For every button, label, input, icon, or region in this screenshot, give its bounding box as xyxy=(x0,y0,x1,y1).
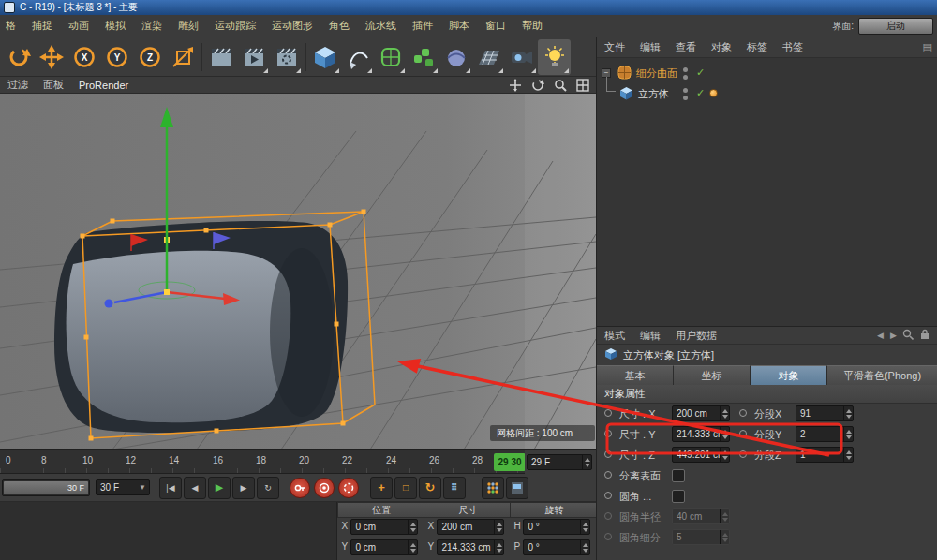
visibility-dots[interactable] xyxy=(683,88,688,100)
menu-item[interactable]: 帮助 xyxy=(522,19,543,33)
object-properties-section-header[interactable]: 对象属性 xyxy=(597,385,937,404)
floor-object-button[interactable] xyxy=(472,39,505,75)
viewport-menu-prorender[interactable]: ProRender xyxy=(79,80,128,91)
axis-lock-x-button[interactable]: X xyxy=(67,39,100,75)
go-to-start-button[interactable]: |◀ xyxy=(159,477,182,499)
fillet-checkbox[interactable] xyxy=(672,490,685,503)
anim-dot[interactable] xyxy=(604,450,612,458)
deformer-button[interactable] xyxy=(439,39,472,75)
object-name[interactable]: 细分曲面 xyxy=(636,66,677,81)
autokeying-button[interactable] xyxy=(314,478,335,498)
play-button[interactable]: ▶ xyxy=(208,477,231,499)
cube-object[interactable] xyxy=(54,221,348,433)
menu-item[interactable]: 运动跟踪 xyxy=(215,19,256,33)
menu-item[interactable]: 捕捉 xyxy=(32,19,52,33)
segments-x-field[interactable]: 91 xyxy=(796,405,854,421)
menu-item[interactable]: 渲染 xyxy=(141,19,162,33)
om-menu-file[interactable]: 文件 xyxy=(604,40,625,54)
am-menu-userdata[interactable]: 用户数据 xyxy=(676,329,717,343)
menu-item[interactable]: 运动图形 xyxy=(272,19,313,33)
lock-icon[interactable] xyxy=(919,329,930,342)
render-view-button[interactable] xyxy=(204,39,237,75)
record-keyframe-button[interactable] xyxy=(290,478,310,498)
draw-spline-button[interactable] xyxy=(341,39,374,75)
keyframe-selection-button[interactable] xyxy=(338,478,359,498)
keyframe-palette-icon[interactable] xyxy=(482,477,504,499)
edit-render-settings-button[interactable] xyxy=(270,39,303,75)
orbit-view-icon[interactable] xyxy=(529,78,545,92)
z-axis-handle[interactable] xyxy=(105,300,113,308)
axis-lock-z-button[interactable]: Z xyxy=(133,39,166,75)
tab-basic[interactable]: 基本 xyxy=(597,365,674,385)
tab-phong[interactable]: 平滑着色(Phong) xyxy=(827,365,937,385)
enabled-check-icon[interactable]: ✓ xyxy=(696,66,705,79)
light-button[interactable] xyxy=(538,39,571,75)
next-frame-button[interactable]: ▶ xyxy=(232,477,255,499)
size-z-field[interactable]: 449.201 cm xyxy=(672,447,730,463)
search-icon[interactable] xyxy=(902,329,914,342)
menu-item[interactable]: 插件 xyxy=(412,19,433,33)
size-y-field[interactable]: 214.333 cm xyxy=(437,539,504,555)
move-tool-icon[interactable] xyxy=(35,39,67,75)
am-menu-mode[interactable]: 模式 xyxy=(604,329,625,343)
render-to-picture-viewer-button[interactable] xyxy=(237,39,270,75)
menu-item[interactable]: 动画 xyxy=(68,19,89,33)
record-position-toggle[interactable]: + xyxy=(370,477,393,499)
previous-frame-button[interactable]: ◀ xyxy=(184,477,206,499)
om-menu-edit[interactable]: 编辑 xyxy=(640,40,661,54)
material-manager-area[interactable] xyxy=(0,502,337,560)
enabled-check-icon[interactable]: ✓ xyxy=(696,87,705,99)
anim-dot[interactable] xyxy=(604,409,612,417)
anim-dot[interactable] xyxy=(739,409,747,417)
viewport-menu-panel[interactable]: 面板 xyxy=(43,78,64,92)
timeline-ruler[interactable]: 0 8 10 12 14 16 18 20 22 24 26 28 2930 xyxy=(0,449,525,474)
phong-tag-icon[interactable] xyxy=(709,89,718,97)
axis-lock-y-button[interactable]: Y xyxy=(100,39,133,75)
pan-view-icon[interactable] xyxy=(507,78,523,92)
size-x-field[interactable]: 200 cm xyxy=(437,519,504,535)
anim-dot[interactable] xyxy=(739,450,747,458)
tab-object[interactable]: 对象 xyxy=(751,365,827,385)
timeline-playhead[interactable]: 2930 xyxy=(494,453,526,471)
separate-surfaces-checkbox[interactable] xyxy=(672,469,685,482)
subdivision-surface-button[interactable] xyxy=(374,39,407,75)
camera-button[interactable] xyxy=(505,39,538,75)
menu-item[interactable]: 模拟 xyxy=(105,19,126,33)
snapshot-icon[interactable] xyxy=(506,477,528,499)
rot-h-field[interactable]: 0 ° xyxy=(523,519,590,535)
menu-item[interactable]: 角色 xyxy=(329,19,350,33)
max-frame-field[interactable]: 30 F ▼ xyxy=(96,479,150,495)
menu-item[interactable]: 格 xyxy=(6,19,16,33)
anim-dot[interactable] xyxy=(604,492,612,499)
visibility-dots[interactable] xyxy=(683,67,688,80)
history-back-icon[interactable]: ◀ xyxy=(877,331,884,340)
loop-button[interactable]: ↻ xyxy=(257,477,279,499)
segments-z-field[interactable]: 1 xyxy=(796,447,854,463)
timeline-range-slider[interactable]: 30 F xyxy=(2,479,90,496)
object-name[interactable]: 立方体 xyxy=(638,87,669,101)
object-row-subdivision-surface[interactable]: − 细分曲面 ✓ xyxy=(597,64,937,82)
menu-item[interactable]: 雕刻 xyxy=(178,19,199,33)
viewport-3d[interactable]: 网格间距 : 100 cm xyxy=(0,94,596,449)
zoom-view-icon[interactable] xyxy=(552,78,568,92)
menu-item[interactable]: 流水线 xyxy=(365,19,396,33)
om-menu-tag[interactable]: 标签 xyxy=(747,40,767,54)
anim-dot[interactable] xyxy=(604,430,612,437)
om-panel-menu-icon[interactable]: ▤ xyxy=(923,41,932,53)
size-x-field[interactable]: 200 cm xyxy=(672,405,730,421)
viewport-menu-filter[interactable]: 过滤 xyxy=(7,78,28,92)
interface-dropdown[interactable]: 启动 xyxy=(858,18,933,35)
coordinate-system-button[interactable] xyxy=(166,39,199,75)
mograph-cloner-button[interactable] xyxy=(407,39,439,75)
am-menu-edit[interactable]: 编辑 xyxy=(640,329,661,343)
record-parameter-toggle[interactable]: ⠿ xyxy=(443,477,466,499)
menu-item[interactable]: 脚本 xyxy=(449,19,469,33)
om-menu-object[interactable]: 对象 xyxy=(711,40,732,54)
rotate-tool-icon[interactable] xyxy=(2,39,35,75)
rot-p-field[interactable]: 0 ° xyxy=(523,539,590,555)
record-scale-toggle[interactable]: □ xyxy=(394,477,417,499)
menu-item[interactable]: 窗口 xyxy=(485,19,506,33)
om-menu-bookmark[interactable]: 书签 xyxy=(782,40,803,54)
record-rotation-toggle[interactable]: ↻ xyxy=(419,477,441,499)
size-y-field[interactable]: 214.333 cm xyxy=(672,426,730,442)
